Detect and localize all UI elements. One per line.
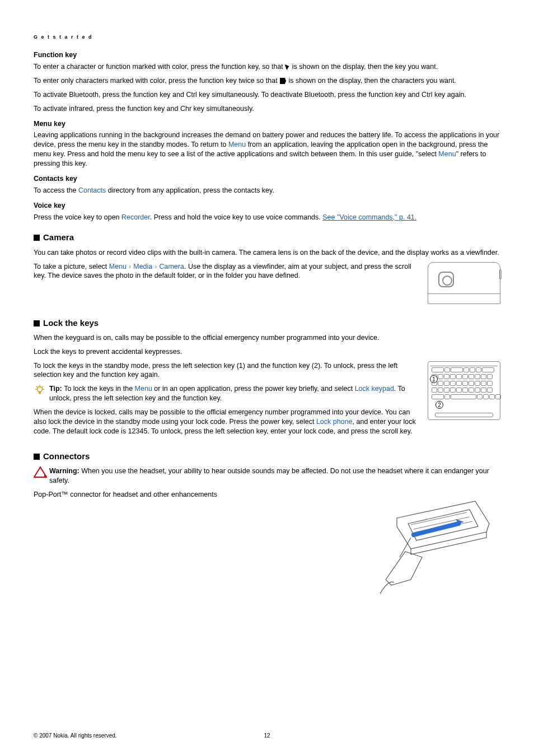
ui-label-media: Media — [133, 263, 152, 270]
bullet-icon — [34, 235, 40, 241]
ui-label-camera: Camera — [159, 263, 184, 270]
callout-2: 2 — [435, 401, 443, 409]
text: . Press and hold the voice key to use vo… — [150, 213, 323, 221]
page-number: 12 — [264, 732, 270, 740]
text: directory from any application, press th… — [106, 186, 274, 194]
heading-voice-key: Voice key — [34, 201, 500, 211]
link-voice-commands[interactable]: See "Voice commands," p. 41. — [322, 213, 416, 221]
ui-label-recorder: Recorder — [121, 213, 150, 221]
paragraph: To lock the keys in the standby mode, pr… — [34, 361, 420, 380]
page-footer: © 2007 Nokia. All rights reserved. 12 — [34, 732, 500, 740]
text: is shown on the display, then the charac… — [289, 77, 456, 85]
text: or in an open application, press the pow… — [152, 385, 355, 393]
svg-line-5 — [36, 386, 38, 388]
text: To enter a character or function marked … — [34, 63, 285, 71]
heading-function-key: Function key — [34, 50, 500, 60]
bullet-icon — [34, 320, 40, 326]
chevron-right-icon: › — [154, 263, 157, 270]
svg-rect-1 — [39, 391, 41, 394]
warning-text: Warning: When you use the headset, your … — [49, 466, 500, 486]
callout-1: 1 — [430, 375, 438, 383]
text: To enter only characters marked with col… — [34, 77, 279, 85]
paragraph: To enter a character or function marked … — [34, 62, 500, 72]
text: To take a picture, select — [34, 263, 109, 270]
text: To lock the keys in the — [64, 385, 134, 393]
paragraph: To enter only characters marked with col… — [34, 76, 500, 86]
chevron-right-icon: › — [129, 263, 131, 270]
svg-point-0 — [37, 387, 42, 392]
ui-label-lock-keypad: Lock keypad — [355, 385, 394, 393]
tip-icon — [34, 384, 49, 403]
bullet-icon — [34, 454, 40, 460]
ui-label-menu: Menu — [109, 263, 127, 270]
text: When you use the headset, your ability t… — [49, 467, 489, 484]
tip-label: Tip: — [49, 385, 64, 393]
ui-label-menu: Menu — [135, 385, 152, 393]
heading-menu-key: Menu key — [34, 119, 500, 129]
section-connectors: Connectors — [34, 451, 500, 462]
side-button-icon — [499, 269, 502, 279]
text: is shown on the display, then the key yo… — [292, 63, 438, 71]
ui-label-menu: Menu — [228, 141, 246, 148]
paragraph: When the keyguard is on, calls may be po… — [34, 333, 500, 343]
section-camera: Camera — [34, 232, 500, 243]
paragraph: To activate Bluetooth, press the functio… — [34, 90, 500, 100]
section-title-text: Lock the keys — [43, 318, 99, 328]
ui-label-contacts: Contacts — [78, 186, 106, 194]
ui-label-menu: Menu — [438, 150, 456, 158]
keypad-illustration: 1 2 — [428, 361, 500, 420]
breadcrumb-header: G e t s t a r t e d — [34, 34, 500, 40]
paragraph: Pop-Port™ connector for headset and othe… — [34, 490, 229, 500]
paragraph: Leaving applications running in the back… — [34, 130, 500, 169]
tip-text: Tip: To lock the keys in the Menu or in … — [49, 384, 420, 403]
paragraph: To activate infrared, press the function… — [34, 104, 500, 114]
paragraph: Press the voice key to open Recorder. Pr… — [34, 213, 500, 222]
text: Press the voice key to open — [34, 213, 121, 221]
warning-label: Warning: — [49, 467, 81, 475]
paragraph: To access the Contacts directory from an… — [34, 186, 500, 195]
text: To access the — [34, 186, 78, 194]
tip-block: Tip: To lock the keys in the Menu or in … — [34, 384, 420, 403]
indicator-icon — [285, 63, 291, 70]
section-title-text: Connectors — [43, 451, 90, 461]
pop-port-illustration — [355, 490, 500, 602]
ui-label-lock-phone: Lock phone — [316, 418, 353, 426]
paragraph: When the device is locked, calls may be … — [34, 408, 420, 436]
section-title-text: Camera — [43, 232, 74, 242]
indicator-icon — [280, 78, 286, 84]
separator — [428, 293, 500, 294]
heading-contacts-key: Contacts key — [34, 174, 500, 184]
warning-icon — [34, 466, 49, 486]
copyright-text: © 2007 Nokia. All rights reserved. — [34, 732, 117, 740]
paragraph: Lock the keys to prevent accidental keyp… — [34, 347, 500, 357]
warning-block: Warning: When you use the headset, your … — [34, 466, 500, 486]
section-lock-keys: Lock the keys — [34, 318, 500, 329]
svg-line-6 — [43, 386, 44, 388]
device-back-illustration — [428, 262, 500, 304]
paragraph: You can take photos or record video clip… — [34, 248, 500, 258]
camera-lens-icon — [438, 272, 454, 287]
